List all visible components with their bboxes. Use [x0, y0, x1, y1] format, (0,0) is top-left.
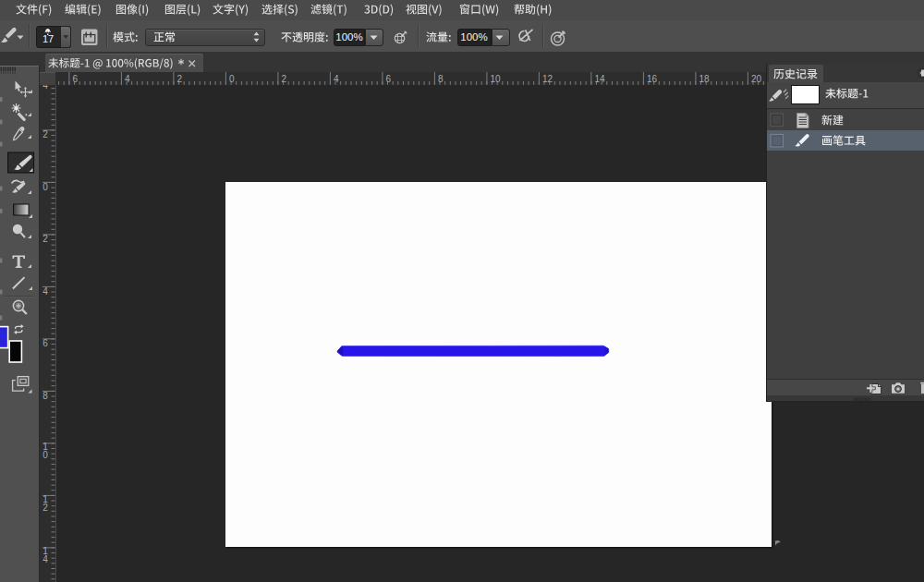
svg-text:2: 2	[176, 74, 182, 84]
svg-text:4: 4	[334, 74, 339, 84]
svg-text:4: 4	[43, 286, 48, 297]
svg-text:0: 0	[43, 182, 48, 192]
svg-text:4: 4	[125, 74, 130, 84]
svg-text:4: 4	[43, 554, 48, 564]
svg-text:8: 8	[438, 74, 444, 84]
svg-text:2: 2	[281, 74, 286, 84]
svg-text:2: 2	[43, 129, 48, 139]
svg-text:2: 2	[43, 234, 48, 244]
svg-text:16: 16	[647, 74, 658, 84]
svg-text:12: 12	[542, 74, 553, 84]
svg-text:6: 6	[43, 338, 48, 348]
svg-text:8: 8	[43, 391, 48, 401]
svg-text:14: 14	[594, 74, 605, 84]
svg-text:18: 18	[699, 74, 710, 84]
svg-text:0: 0	[43, 450, 48, 460]
svg-text:6: 6	[72, 74, 78, 84]
svg-text:6: 6	[385, 74, 391, 84]
svg-text:10: 10	[490, 74, 501, 84]
svg-text:20: 20	[751, 74, 762, 84]
svg-text:2: 2	[43, 503, 48, 513]
svg-text:0: 0	[229, 74, 235, 84]
